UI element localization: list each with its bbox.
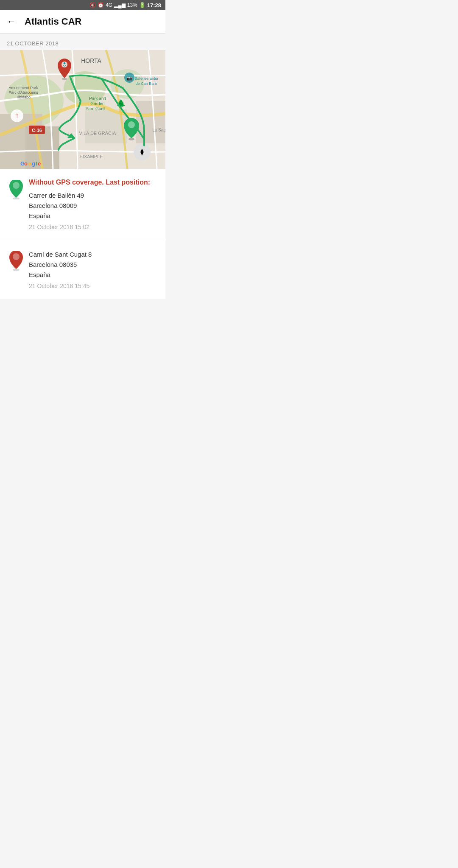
svg-text:↑: ↑ bbox=[15, 112, 19, 119]
back-button[interactable]: ← bbox=[7, 16, 16, 27]
svg-point-38 bbox=[64, 62, 66, 64]
address-line-2-green: Barcelona 08009 bbox=[29, 201, 159, 211]
location-info-red: Camí de Sant Cugat 8 Barcelona 08035 Esp… bbox=[29, 249, 159, 289]
alarm-icon: ⏰ bbox=[98, 2, 104, 8]
svg-text:l: l bbox=[36, 160, 37, 167]
svg-text:Amusement Park: Amusement Park bbox=[8, 86, 38, 90]
svg-text:EIXAMPLE: EIXAMPLE bbox=[79, 154, 103, 159]
network-label: 4G bbox=[106, 2, 112, 8]
address-line-1-red: Camí de Sant Cugat 8 bbox=[29, 249, 159, 260]
location-item-red: Camí de Sant Cugat 8 Barcelona 08035 Esp… bbox=[0, 240, 165, 299]
map-container[interactable]: C-16 HORTA Park and Garden Parc Güell 🌲 … bbox=[0, 50, 165, 169]
svg-text:Park and: Park and bbox=[89, 96, 106, 101]
svg-text:o: o bbox=[28, 160, 31, 167]
svg-text:📷: 📷 bbox=[126, 75, 132, 81]
battery-label: 13% bbox=[127, 2, 137, 8]
mute-icon: 🔇 bbox=[89, 2, 96, 8]
location-item-green: Without GPS coverage. Last position: Car… bbox=[0, 169, 165, 240]
battery-icon: 🔋 bbox=[139, 2, 145, 8]
svg-text:VILA DE GRÀCIA: VILA DE GRÀCIA bbox=[79, 131, 116, 136]
clock: 17:28 bbox=[147, 2, 161, 8]
svg-point-40 bbox=[128, 121, 135, 128]
svg-text:e: e bbox=[38, 160, 41, 167]
svg-point-42 bbox=[13, 182, 20, 189]
address-line-2-red: Barcelona 08035 bbox=[29, 260, 159, 270]
svg-text:La Sag: La Sag bbox=[152, 128, 165, 132]
svg-text:Garden: Garden bbox=[90, 101, 104, 106]
green-pin-icon bbox=[7, 178, 25, 199]
page-title: Atlantis CAR bbox=[25, 16, 81, 27]
address-line-1-green: Carrer de Bailèn 49 bbox=[29, 190, 159, 201]
header: ← Atlantis CAR bbox=[0, 10, 165, 34]
timestamp-green: 21 October 2018 15:02 bbox=[29, 224, 159, 230]
svg-text:Parc Güell: Parc Güell bbox=[86, 106, 106, 111]
address-line-3-green: España bbox=[29, 211, 159, 221]
gps-warning-text: Without GPS coverage. Last position: bbox=[29, 178, 159, 187]
svg-text:⧫: ⧫ bbox=[140, 148, 144, 156]
svg-point-44 bbox=[13, 253, 20, 260]
svg-text:Bateries antia: Bateries antia bbox=[134, 76, 158, 81]
locations-list: Without GPS coverage. Last position: Car… bbox=[0, 169, 165, 299]
svg-text:HORTA: HORTA bbox=[81, 57, 101, 64]
svg-rect-7 bbox=[136, 101, 165, 143]
signal-icon: ▂▄▆ bbox=[114, 2, 126, 8]
svg-text:C-16: C-16 bbox=[32, 128, 42, 133]
svg-text:Tibidabo: Tibidabo bbox=[16, 95, 31, 99]
red-pin-icon bbox=[7, 249, 25, 271]
svg-text:Parc d'Atraccions: Parc d'Atraccions bbox=[8, 90, 38, 95]
svg-text:de Can Baró: de Can Baró bbox=[136, 81, 157, 86]
address-line-3-red: España bbox=[29, 270, 159, 280]
svg-text:g: g bbox=[32, 160, 35, 167]
location-info-green: Without GPS coverage. Last position: Car… bbox=[29, 178, 159, 230]
map-svg: C-16 HORTA Park and Garden Parc Güell 🌲 … bbox=[0, 50, 165, 169]
status-bar: 🔇 ⏰ 4G ▂▄▆ 13% 🔋 17:28 bbox=[0, 0, 165, 10]
timestamp-red: 21 October 2018 15:45 bbox=[29, 283, 159, 289]
svg-text:o: o bbox=[24, 160, 28, 167]
date-label: 21 OCTOBER 2018 bbox=[0, 34, 165, 50]
